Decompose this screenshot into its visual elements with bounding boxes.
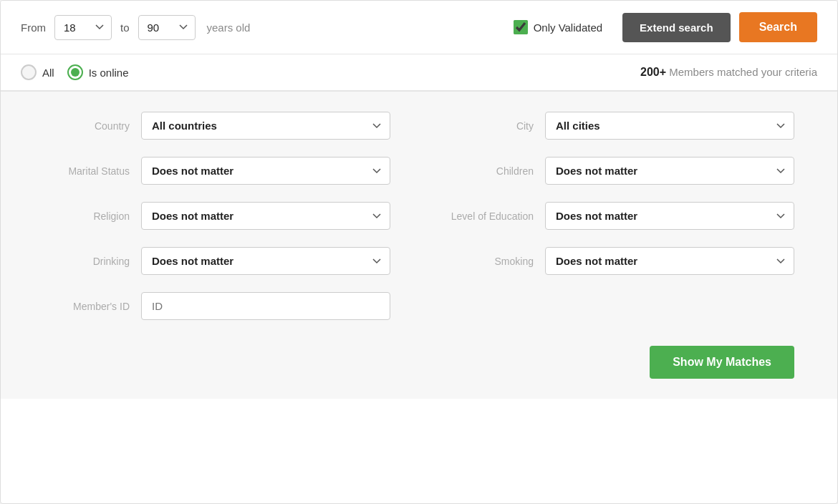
match-text: Members matched your criteria: [669, 66, 817, 78]
match-count: 200+: [640, 66, 666, 78]
children-label: Children: [448, 165, 534, 177]
years-label: years old: [207, 21, 251, 34]
member-id-row: Member's ID: [44, 292, 390, 320]
extend-search-button[interactable]: Extend search: [622, 13, 731, 42]
marital-select[interactable]: Does not matterSingleDivorcedWidowedSepa…: [141, 157, 390, 185]
education-select[interactable]: Does not matterHigh SchoolBachelorMaster…: [545, 202, 794, 230]
city-select[interactable]: All cities: [545, 112, 794, 140]
smoking-select[interactable]: Does not matterNeverOccasionallyRegularl…: [545, 247, 794, 275]
radio-online-label: Is online: [89, 67, 129, 79]
city-label: City: [448, 120, 534, 132]
only-validated-checkbox[interactable]: [514, 20, 528, 34]
only-validated-label: Only Validated: [534, 21, 602, 34]
country-select[interactable]: All countries: [141, 112, 390, 140]
search-button[interactable]: Search: [739, 12, 817, 42]
top-bar: From 18192021222324252627282930354045505…: [1, 1, 837, 54]
smoking-row: Smoking Does not matterNeverOccasionally…: [448, 247, 794, 275]
bottom-bar: Show My Matches: [1, 334, 837, 399]
radio-online[interactable]: Is online: [67, 64, 129, 80]
validated-wrapper: Only Validated: [514, 20, 602, 34]
radio-all-circle: [21, 64, 37, 80]
show-matches-button[interactable]: Show My Matches: [650, 346, 794, 379]
education-label: Level of Education: [448, 210, 534, 222]
filters-section: Country All countries City All cities Ma…: [1, 92, 837, 334]
children-row: Children Does not matterNoYes: [448, 157, 794, 185]
city-row: City All cities: [448, 112, 794, 140]
age-from-select[interactable]: 1819202122232425262728293035404550556065…: [54, 15, 112, 40]
religion-row: Religion Does not matterChristianMuslimJ…: [44, 202, 390, 230]
filter-grid: Country All countries City All cities Ma…: [44, 112, 794, 320]
member-id-label: Member's ID: [44, 301, 130, 312]
radio-all[interactable]: All: [21, 64, 54, 80]
country-label: Country: [44, 120, 130, 132]
radio-online-circle: [67, 64, 83, 80]
radio-row: All Is online 200+ Members matched your …: [1, 54, 837, 91]
education-row: Level of Education Does not matterHigh S…: [448, 202, 794, 230]
member-id-input[interactable]: [141, 292, 390, 320]
marital-row: Marital Status Does not matterSingleDivo…: [44, 157, 390, 185]
drinking-row: Drinking Does not matterNeverSociallyReg…: [44, 247, 390, 275]
country-row: Country All countries: [44, 112, 390, 140]
match-info: 200+ Members matched your criteria: [640, 66, 817, 79]
from-label: From: [21, 21, 46, 34]
radio-group: All Is online: [21, 64, 129, 80]
drinking-select[interactable]: Does not matterNeverSociallyRegularly: [141, 247, 390, 275]
religion-label: Religion: [44, 210, 130, 222]
marital-label: Marital Status: [44, 165, 130, 177]
radio-all-label: All: [42, 67, 54, 79]
to-label: to: [120, 21, 130, 34]
children-select[interactable]: Does not matterNoYes: [545, 157, 794, 185]
drinking-label: Drinking: [44, 256, 130, 267]
religion-select[interactable]: Does not matterChristianMuslimJewishBudd…: [141, 202, 390, 230]
smoking-label: Smoking: [448, 256, 534, 267]
age-to-select[interactable]: 1819202122232425262728293035404550556065…: [138, 15, 196, 40]
